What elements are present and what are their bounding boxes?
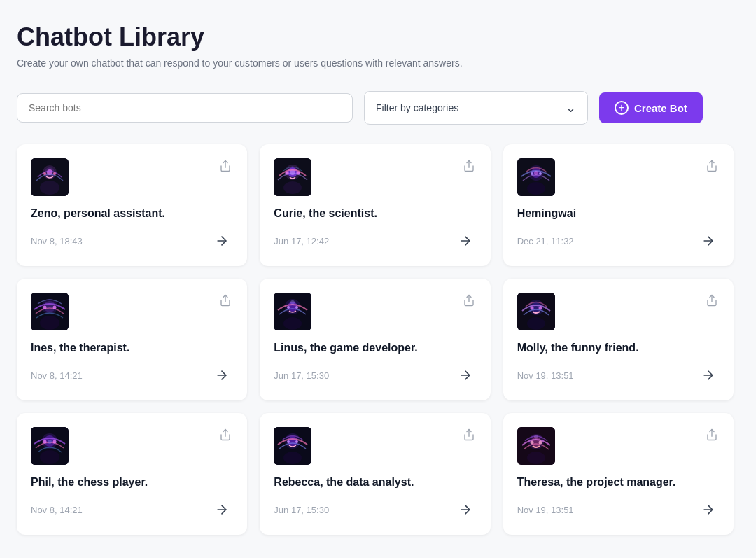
svg-point-32 <box>53 306 57 309</box>
svg-point-58 <box>48 440 52 444</box>
bot-date: Nov 8, 14:21 <box>31 370 83 381</box>
svg-point-48 <box>530 307 533 310</box>
svg-point-14 <box>286 172 289 175</box>
search-input[interactable] <box>17 93 353 123</box>
bot-avatar <box>517 427 555 465</box>
svg-point-41 <box>290 300 295 305</box>
bot-navigate-button[interactable] <box>454 230 477 252</box>
bot-navigate-button[interactable] <box>454 498 477 521</box>
bot-card-header <box>31 158 233 196</box>
page-subtitle: Create your own chatbot that can respond… <box>17 57 734 69</box>
bot-card-footer: Jun 17, 15:30 <box>274 364 476 386</box>
svg-point-47 <box>527 317 545 330</box>
svg-point-64 <box>284 452 302 464</box>
filter-label: Filter by categories <box>376 102 458 113</box>
bot-date: Nov 19, 13:51 <box>517 505 574 515</box>
svg-point-75 <box>534 435 538 439</box>
svg-point-2 <box>40 181 59 195</box>
bot-card: Linus, the game developer. Jun 17, 15:30 <box>260 279 490 400</box>
bot-card-header <box>517 427 720 465</box>
svg-point-22 <box>531 172 533 175</box>
svg-point-73 <box>530 441 533 445</box>
bot-navigate-button[interactable] <box>697 364 720 386</box>
share-icon[interactable] <box>704 158 720 176</box>
svg-point-31 <box>43 306 47 309</box>
svg-point-24 <box>534 171 538 175</box>
bot-card-header <box>274 293 476 330</box>
svg-point-30 <box>40 316 59 330</box>
bot-card: Hemingwai Dec 21, 11:32 <box>503 144 734 266</box>
bot-navigate-button[interactable] <box>211 230 233 252</box>
bots-grid: Zeno, personal assistant. Nov 8, 18:43 C… <box>17 144 734 535</box>
bot-avatar <box>31 427 69 465</box>
bot-card: Molly, the funny friend. Nov 19, 13:51 <box>503 279 734 400</box>
svg-point-39 <box>287 306 290 309</box>
bot-card: Phil, the chess player. Nov 8, 14:21 <box>17 413 247 535</box>
chevron-down-icon: ⌄ <box>566 100 576 116</box>
bot-avatar <box>517 158 555 196</box>
bot-navigate-button[interactable] <box>697 498 720 521</box>
bot-card-header <box>31 293 233 330</box>
bot-navigate-button[interactable] <box>454 364 477 386</box>
bot-card-footer: Nov 8, 14:21 <box>31 498 233 521</box>
bot-avatar <box>274 427 312 465</box>
bot-avatar <box>31 293 69 330</box>
toolbar: Filter by categories ⌄ + Create Bot <box>17 91 734 125</box>
create-bot-label: Create Bot <box>634 102 687 114</box>
bot-card: Theresa, the project manager. Nov 19, 13… <box>503 413 734 535</box>
svg-point-5 <box>43 172 46 175</box>
svg-point-65 <box>287 440 290 443</box>
bot-card: Zeno, personal assistant. Nov 8, 18:43 <box>17 144 247 266</box>
bot-name: Theresa, the project manager. <box>517 476 720 489</box>
bot-name: Phil, the chess player. <box>31 476 233 489</box>
bot-avatar <box>274 158 312 196</box>
bot-navigate-button[interactable] <box>697 230 720 252</box>
svg-point-13 <box>284 181 302 194</box>
share-icon[interactable] <box>704 427 720 445</box>
share-icon[interactable] <box>461 158 477 176</box>
svg-point-6 <box>53 172 56 175</box>
bot-date: Nov 8, 14:21 <box>31 505 83 515</box>
bot-date: Jun 17, 15:30 <box>274 505 329 515</box>
svg-point-38 <box>284 317 302 330</box>
bot-name: Curie, the scientist. <box>274 207 476 220</box>
bot-card-footer: Nov 8, 14:21 <box>31 364 233 386</box>
share-icon[interactable] <box>218 158 233 176</box>
bot-card: Ines, the therapist. Nov 8, 14:21 <box>17 279 247 400</box>
filter-dropdown[interactable]: Filter by categories ⌄ <box>364 91 588 125</box>
plus-icon: + <box>615 101 629 115</box>
bot-date: Nov 8, 18:43 <box>31 236 83 246</box>
svg-point-40 <box>295 306 298 309</box>
bot-card-header <box>274 427 476 465</box>
bot-date: Nov 19, 13:51 <box>517 370 574 381</box>
bot-navigate-button[interactable] <box>211 498 233 521</box>
share-icon[interactable] <box>461 293 477 310</box>
bot-navigate-button[interactable] <box>211 364 233 386</box>
bot-card-footer: Nov 19, 13:51 <box>517 498 720 521</box>
bot-name: Hemingwai <box>517 207 720 220</box>
bot-date: Dec 21, 11:32 <box>517 236 574 246</box>
bot-card-header <box>517 158 720 196</box>
bot-name: Rebecca, the data analyst. <box>274 476 476 489</box>
svg-point-21 <box>527 182 545 195</box>
page-title: Chatbot Library <box>17 22 734 52</box>
create-bot-button[interactable]: + Create Bot <box>599 92 703 123</box>
share-icon[interactable] <box>704 293 720 310</box>
svg-point-57 <box>53 440 57 444</box>
svg-point-56 <box>43 440 47 444</box>
share-icon[interactable] <box>461 427 477 445</box>
bot-name: Linus, the game developer. <box>274 342 476 354</box>
svg-point-23 <box>539 172 542 175</box>
bot-date: Jun 17, 15:30 <box>274 370 329 381</box>
share-icon[interactable] <box>218 427 233 445</box>
svg-point-74 <box>538 441 542 445</box>
bot-card-footer: Nov 8, 18:43 <box>31 230 233 252</box>
svg-point-15 <box>297 172 300 175</box>
bot-card-header <box>274 158 476 196</box>
svg-point-49 <box>538 307 542 310</box>
search-input-wrapper <box>17 93 353 123</box>
share-icon[interactable] <box>218 293 233 310</box>
bot-card: Rebecca, the data analyst. Jun 17, 15:30 <box>260 413 490 535</box>
bot-date: Jun 17, 12:42 <box>274 236 329 246</box>
bot-card-header <box>517 293 720 330</box>
